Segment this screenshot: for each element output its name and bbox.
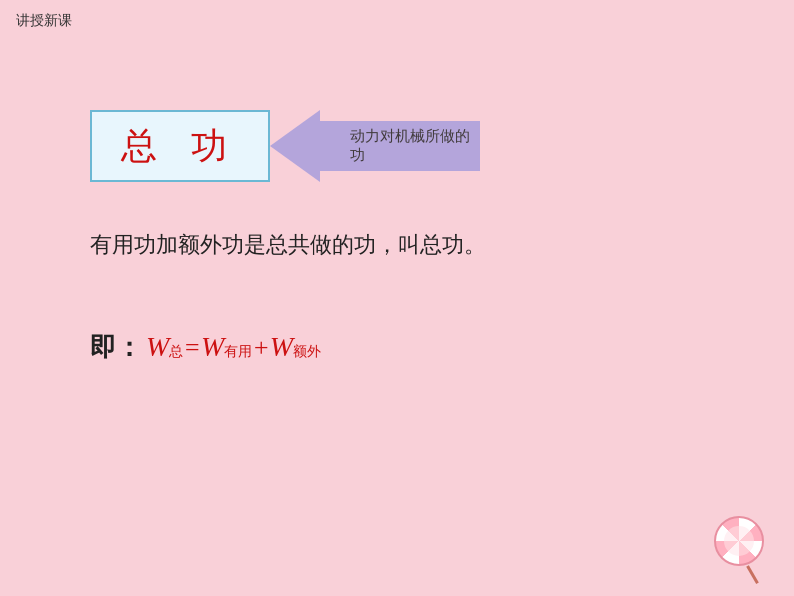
arrow-shape: 动力对机械所做的功	[270, 110, 480, 182]
arrow-tip	[270, 110, 320, 182]
formula-w1: W	[146, 331, 169, 363]
formula-eq: =	[183, 333, 201, 363]
lollipop-stick	[746, 565, 759, 584]
formula-plus: +	[252, 333, 270, 363]
formula-w2: W	[201, 331, 224, 363]
slide: 讲授新课 总 功 动力对机械所做的功 有用功加额外功是总共做的功，叫总功。 即：…	[0, 0, 794, 596]
formula-section: 即： W总 = W有用 + W额外	[90, 330, 321, 365]
lollipop-decoration	[704, 516, 764, 576]
arrow-section: 总 功 动力对机械所做的功	[90, 110, 490, 182]
formula-math: W总 = W有用 + W额外	[146, 331, 321, 363]
definition-text: 有用功加额外功是总共做的功，叫总功。	[90, 230, 486, 260]
top-label: 讲授新课	[16, 12, 72, 30]
arrow-body: 动力对机械所做的功	[320, 121, 480, 171]
lollipop-circle	[714, 516, 764, 566]
zonggong-box: 总 功	[90, 110, 270, 182]
arrow-container: 动力对机械所做的功	[270, 110, 490, 182]
formula-prefix: 即：	[90, 330, 142, 365]
formula-w3: W	[270, 331, 293, 363]
formula-sub-zong: 总	[169, 343, 183, 361]
formula-sub-youyong: 有用	[224, 343, 252, 361]
formula-sub-ewai: 额外	[293, 343, 321, 361]
